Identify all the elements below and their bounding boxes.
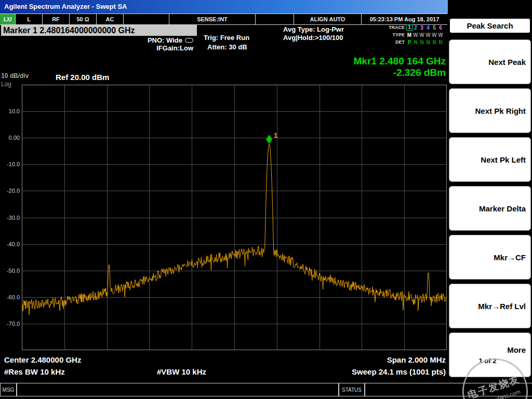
trace-det-3[interactable]: N	[419, 39, 425, 45]
status-align: ALIGN AUTO	[294, 14, 362, 24]
trace-type-3[interactable]: W	[419, 32, 425, 38]
y-axis-label: -20.0	[0, 188, 20, 194]
y-axis-label: 0.00	[0, 135, 20, 141]
trace-det-5[interactable]: N	[431, 39, 437, 45]
softkey-next-pk-right[interactable]: Next Pk Right	[449, 88, 531, 133]
atten-status: Atten: 30 dB	[207, 43, 247, 51]
pno-label: PNO: Wide	[148, 36, 182, 44]
trace-select-3[interactable]: 3	[419, 25, 425, 31]
trace-type-5[interactable]: W	[431, 32, 437, 38]
softkey-menu-title: Peak Search	[450, 19, 530, 33]
spectrum-plot: 1	[22, 85, 447, 350]
status-field	[365, 383, 532, 396]
trace-select-1[interactable]: 1	[406, 24, 413, 31]
status-label: STATUS	[339, 383, 365, 396]
softkey-marker-delta[interactable]: Marker Delta	[449, 186, 531, 231]
y-axis-label: 10.0	[0, 108, 20, 114]
trace-type-4[interactable]: W	[425, 32, 431, 38]
softkey-panel: Peak Search Next PeakNext Pk RightNext P…	[448, 0, 532, 399]
trace-det-2[interactable]: N	[413, 39, 419, 45]
softkey-mkr-ref-lvl[interactable]: Mkr→Ref Lvl	[449, 284, 531, 328]
marker-1-diamond	[266, 135, 272, 144]
avg-hold-status: Avg|Hold:>100/100	[283, 34, 343, 42]
spectrum-plot-svg: 1	[22, 85, 447, 350]
y-axis-label: -70.0	[0, 321, 20, 327]
status-impedance: 50 Ω	[70, 14, 97, 24]
analyzer-screen: Agilent Spectrum Analyzer - Swept SA LXI…	[0, 0, 532, 399]
trace-select-6[interactable]: 6	[437, 25, 444, 31]
softkey-next-peak[interactable]: Next Peak	[449, 39, 531, 84]
msg-field	[17, 383, 339, 396]
y-axis-label: -30.0	[0, 215, 20, 221]
marker-readout-freq: Mkr1 2.480 164 GHz	[291, 56, 446, 67]
softkey-more[interactable]: More1 of 2	[449, 332, 531, 377]
status-strip: LXI L RF 50 Ω AC SENSE:INT ALIGN AUTO 05…	[0, 14, 447, 25]
status-spacer-1	[124, 14, 169, 24]
status-l: L	[16, 14, 43, 24]
pno-icon	[185, 38, 193, 43]
lxi-indicator: LXI	[0, 14, 16, 24]
marker-annotation-bar: Marker 1 2.480164000000000 GHz	[1, 25, 197, 36]
trace-det-1[interactable]: P	[406, 39, 413, 45]
trace-type-6[interactable]: W	[437, 32, 444, 38]
message-status-bar: MSG STATUS	[0, 383, 532, 396]
softkey-more-label: More	[507, 345, 526, 354]
trace-legend: TRACE123456TYPEMWWWWWDETPNNNNN	[387, 24, 447, 46]
status-coupling: AC	[97, 14, 124, 24]
trace-select-4[interactable]: 4	[425, 25, 431, 31]
y-axis-label: -40.0	[0, 241, 20, 247]
y-axis-label: -10.0	[0, 161, 20, 167]
avg-type-status: Avg Type: Log-Pwr	[283, 25, 344, 33]
y-axis-label: -60.0	[0, 294, 20, 300]
sweep-label: Sweep 24.1 ms (1001 pts)	[260, 367, 446, 376]
center-freq-label: Center 2.480000 GHz	[4, 355, 81, 364]
span-label: Span 2.000 MHz	[291, 355, 446, 364]
trace-det-4[interactable]: N	[425, 39, 431, 45]
trace-det-6[interactable]: N	[437, 39, 444, 45]
y-axis-label: -50.0	[0, 268, 20, 274]
trace-type-2[interactable]: W	[413, 32, 419, 38]
ifgain-status: IFGain:Low	[125, 44, 193, 52]
trace-type-label: TYPE	[387, 32, 406, 37]
msg-label: MSG	[0, 383, 17, 396]
status-rf: RF	[43, 14, 70, 24]
status-sense: SENSE:INT	[169, 14, 256, 24]
status-datetime: 05:23:13 PM Aug 18, 2017	[362, 14, 447, 24]
marker-readout: Mkr1 2.480 164 GHz -2.326 dBm	[291, 56, 446, 78]
trace-det-label: DET	[387, 39, 406, 45]
scale-label: 10 dB/div	[1, 72, 29, 79]
marker-readout-ampl: -2.326 dBm	[291, 67, 446, 78]
trace-select-label: TRACE	[387, 25, 406, 30]
trace-select-5[interactable]: 5	[431, 25, 437, 31]
vbw-label: #VBW 10 kHz	[157, 367, 206, 376]
softkey-mkr-cf[interactable]: Mkr→CF	[449, 235, 531, 280]
rbw-label: #Res BW 10 kHz	[4, 367, 65, 376]
ref-level-label: Ref 20.00 dBm	[56, 73, 109, 82]
trace-select-2[interactable]: 2	[413, 25, 419, 31]
window-title: Agilent Spectrum Analyzer - Swept SA	[4, 3, 127, 10]
marker-1-number: 1	[274, 131, 277, 139]
softkey-more-page: 1 of 2	[479, 357, 497, 365]
trace-type-1[interactable]: M	[406, 32, 413, 38]
status-spacer-2	[256, 14, 294, 24]
log-mode-label: Log	[1, 81, 11, 88]
softkey-next-pk-left[interactable]: Next Pk Left	[449, 137, 531, 182]
pno-status: PNO: Wide	[125, 36, 193, 44]
trigger-status: Trig: Free Run	[204, 34, 249, 42]
